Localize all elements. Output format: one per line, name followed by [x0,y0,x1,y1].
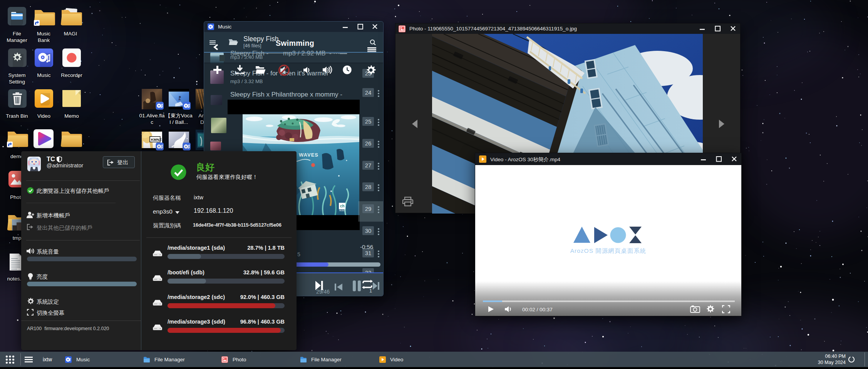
svg-text:WAVES: WAVES [299,152,318,158]
svg-text:KMNZ: KMNZ [151,137,162,142]
svg-text:ch: ch [340,204,345,208]
svg-text:MUSIC: MUSIC [339,210,345,212]
